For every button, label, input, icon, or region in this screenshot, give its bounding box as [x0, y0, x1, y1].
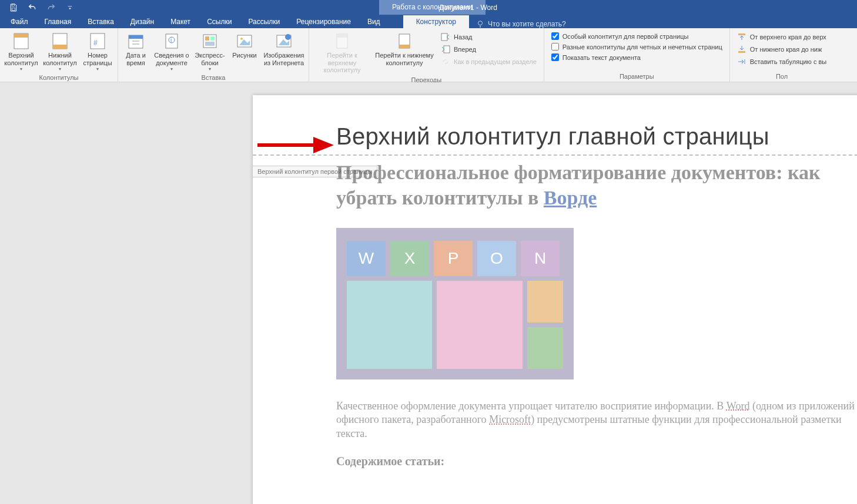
tab-review[interactable]: Рецензирование — [288, 15, 359, 28]
date-time-button[interactable]: Дата и время — [122, 31, 150, 73]
date-time-label: Дата и время — [122, 52, 150, 66]
paragraph-text-1: Качественное оформление документа упроща… — [336, 400, 727, 412]
svg-rect-6 — [53, 45, 67, 49]
onenote-tile-icon: N — [521, 241, 560, 276]
tab-insert[interactable]: Вставка — [79, 15, 122, 28]
document-paragraph: Качественное оформление документа упроща… — [336, 399, 857, 441]
svg-rect-10 — [129, 35, 143, 39]
document-workspace[interactable]: Верхний колонтитул главной страницы Верх… — [0, 82, 857, 504]
from-bottom-icon — [737, 45, 746, 54]
word-link: Word — [727, 400, 750, 412]
goto-footer-label: Перейти к нижнему колонтитулу — [375, 52, 434, 66]
from-bottom-label: От нижнего края до ниж — [750, 46, 822, 53]
heading-link: Ворде — [544, 187, 597, 209]
svg-rect-19 — [205, 42, 215, 46]
group-insert: Дата и время i Сведения о документе▾ Экс… — [118, 28, 309, 82]
tab-file[interactable]: Файл — [2, 15, 36, 28]
svg-rect-27 — [337, 34, 347, 38]
goto-header-icon — [333, 32, 351, 51]
next-icon — [441, 45, 450, 54]
different-odd-even-label: Разные колонтитулы для четных и нечетных… — [563, 43, 722, 51]
different-first-page-input[interactable] — [551, 32, 559, 40]
different-first-page-label: Особый колонтитул для первой страницы — [563, 33, 689, 40]
position-stack: От верхнего края до верх От нижнего края… — [734, 31, 830, 68]
header-from-top-button[interactable]: От верхнего края до верх — [736, 32, 828, 42]
svg-point-22 — [240, 38, 243, 40]
annotation-arrow-icon — [257, 136, 334, 154]
quick-parts-label: Экспресс-блоки — [193, 52, 226, 66]
tab-mailings[interactable]: Рассылки — [240, 15, 288, 28]
quick-parts-icon — [200, 32, 219, 51]
page-header-area[interactable]: Верхний колонтитул главной страницы Верх… — [253, 95, 857, 156]
group-headers-footers: Верхний колонтитул▾ Нижний колонтитул▾ #… — [0, 28, 118, 82]
online-pictures-button[interactable]: Изображения из Интернета — [263, 31, 305, 73]
svg-text:#: # — [93, 39, 98, 47]
ribbon: Верхний колонтитул▾ Нижний колонтитул▾ #… — [0, 28, 857, 82]
page-number-button[interactable]: # Номер страницы▾ — [81, 31, 114, 73]
tab-design[interactable]: Дизайн — [122, 15, 162, 28]
tab-view[interactable]: Вид — [359, 15, 389, 28]
tab-layout[interactable]: Макет — [162, 15, 199, 28]
svg-point-2 — [478, 21, 483, 25]
svg-rect-29 — [399, 45, 410, 48]
tell-me-label: Что вы хотите сделать? — [488, 20, 566, 28]
different-first-page-checkbox[interactable]: Особый колонтитул для первой страницы — [550, 32, 724, 41]
footer-button[interactable]: Нижний колонтитул▾ — [42, 31, 78, 73]
group-options-label: Параметры — [548, 72, 726, 82]
link-previous-label: Как в предыдущем разделе — [454, 58, 537, 65]
document-page: Верхний колонтитул главной страницы Верх… — [253, 95, 857, 504]
svg-text:i: i — [170, 37, 172, 43]
header-text[interactable]: Верхний колонтитул главной страницы — [336, 123, 857, 150]
picture-icon — [235, 32, 254, 51]
header-label: Верхний колонтитул — [4, 52, 39, 66]
next-label: Вперед — [454, 46, 476, 53]
powerpoint-tile-icon: P — [434, 241, 473, 276]
lightbulb-icon — [476, 20, 484, 28]
quick-parts-button[interactable]: Экспресс-блоки▾ — [193, 31, 226, 73]
title-bar: Работа с колонтитулами Документ1 - Word — [0, 0, 857, 15]
tab-home[interactable]: Главная — [36, 15, 80, 28]
different-odd-even-checkbox[interactable]: Разные колонтитулы для четных и нечетных… — [550, 42, 724, 51]
header-icon — [12, 32, 31, 51]
redo-icon[interactable] — [46, 2, 56, 13]
document-body: Профессиональное форматирование документ… — [253, 156, 857, 468]
goto-footer-icon — [395, 32, 414, 51]
undo-icon[interactable] — [27, 2, 38, 13]
show-document-text-checkbox[interactable]: Показать текст документа — [550, 53, 724, 62]
tile-teal — [347, 281, 432, 369]
tile-green — [527, 327, 563, 369]
pictures-label: Рисунки — [232, 52, 257, 59]
tab-references[interactable]: Ссылки — [199, 15, 240, 28]
svg-rect-18 — [210, 36, 215, 41]
microsoft-link: Microsoft — [489, 414, 531, 425]
svg-rect-4 — [14, 33, 28, 38]
online-pictures-label: Изображения из Интернета — [263, 52, 305, 66]
pictures-button[interactable]: Рисунки — [230, 31, 259, 73]
goto-footer-button[interactable]: Перейти к нижнему колонтитулу — [375, 31, 434, 75]
qat-customize-icon[interactable] — [65, 2, 75, 13]
doc-info-label: Сведения о документе — [153, 52, 190, 66]
page-number-icon: # — [88, 32, 107, 51]
nav-stack: Назад Вперед Как в предыдущем разделе — [437, 31, 540, 75]
show-document-text-input[interactable] — [551, 53, 559, 61]
tab-designer[interactable]: Конструктор — [403, 15, 469, 28]
tell-me-box[interactable]: Что вы хотите сделать? — [469, 20, 573, 28]
header-button[interactable]: Верхний колонтитул▾ — [4, 31, 39, 73]
group-options: Особый колонтитул для первой страницы Ра… — [544, 28, 730, 82]
tile-orange — [527, 281, 563, 322]
save-icon[interactable] — [8, 2, 19, 13]
tab-icon — [737, 57, 746, 66]
previous-section-button[interactable]: Назад — [440, 32, 538, 42]
word-tile-icon: W — [347, 241, 386, 276]
doc-info-icon: i — [162, 32, 181, 51]
footer-from-bottom-button[interactable]: От нижнего края до ниж — [736, 44, 828, 55]
doc-info-button[interactable]: i Сведения о документе▾ — [153, 31, 190, 73]
online-pictures-icon — [274, 32, 293, 51]
group-position: От верхнего края до верх От нижнего края… — [730, 28, 833, 82]
group-insert-label: Вставка — [122, 73, 305, 83]
goto-header-label: Перейти к верхнему колонтитулу — [313, 52, 371, 74]
next-section-button[interactable]: Вперед — [440, 44, 538, 55]
insert-alignment-tab-button[interactable]: Вставить табуляцию с вы — [736, 56, 828, 67]
different-odd-even-input[interactable] — [551, 43, 559, 51]
link-previous-button: Как в предыдущем разделе — [440, 56, 538, 67]
